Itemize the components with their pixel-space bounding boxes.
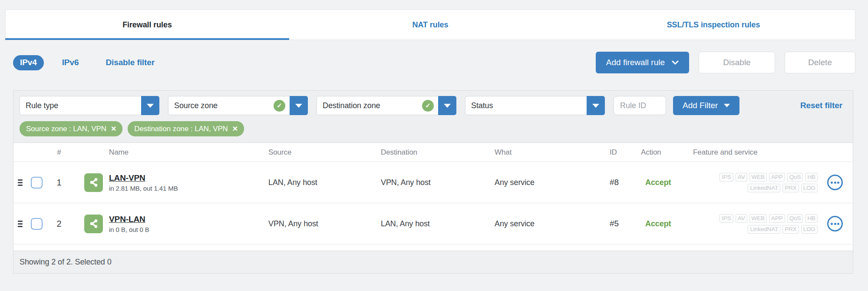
caret-down-icon [724,104,730,107]
col-header-name: Name [109,148,268,157]
col-header-source: Source [268,148,381,157]
tab-ssl-tls-inspection-rules[interactable]: SSL/TLS inspection rules [572,10,855,40]
row-number: 2 [46,219,72,229]
rule-id: #8 [602,178,641,187]
disable-button[interactable]: Disable [699,52,775,73]
table-status-text: Showing 2 of 2. Selected 0 [20,258,112,267]
col-header-num: # [46,148,72,157]
tab-firewall-rules[interactable]: Firewall rules [6,10,289,40]
rule-type-dropdown-button[interactable] [141,96,159,115]
feature-badge: QoS [787,173,803,182]
row-more-actions-button[interactable] [827,216,843,231]
rule-what: Any service [495,219,602,228]
col-header-action: Action [641,148,693,157]
add-firewall-rule-label: Add firewall rule [606,58,665,67]
active-filter-chips: Source zone : LAN, VPN ✕ Destination zon… [20,121,842,136]
add-filter-button[interactable]: Add Filter [673,96,739,115]
feature-badge: LOG [801,225,818,234]
feature-badge: IPS [719,173,733,182]
reset-filter-link[interactable]: Reset filter [800,101,842,110]
feature-badge: PRX [782,184,799,192]
destination-zone-dropdown[interactable]: Destination zone ✓ [317,96,456,115]
firewall-rules-panel: Rule type Source zone ✓ Destination zone… [13,90,853,274]
rule-id: #5 [602,219,641,228]
share-nodes-icon [89,177,99,188]
remove-chip-icon[interactable]: ✕ [111,126,116,132]
row-checkbox[interactable] [31,218,43,230]
rule-type-dropdown-field: Rule type [20,96,141,115]
drag-handle-icon[interactable] [18,221,23,227]
feature-badge: LinkedNAT [748,225,780,234]
add-firewall-rule-button[interactable]: Add firewall rule [596,52,689,73]
tab-nat-rules[interactable]: NAT rules [289,10,572,40]
destination-zone-dropdown-button[interactable] [438,96,456,115]
table-footer: Showing 2 of 2. Selected 0 [13,251,853,273]
table-row: 2 VPN-LAN in 0 B, out 0 B VPN, Any host … [13,203,853,245]
feature-badges: IPSAVWEBAPPQoSHBLinkedNATPRXLOG [693,173,821,192]
row-more-actions-button[interactable] [827,175,843,190]
rule-action: Accept [641,219,693,228]
rule-name-cell: VPN-LAN in 0 B, out 0 B [109,215,268,233]
feature-badge: LOG [801,184,818,192]
col-header-what: What [495,148,602,157]
feature-badge: HB [805,214,818,223]
rule-name-link[interactable]: VPN-LAN [109,215,145,224]
source-zone-dropdown-label: Source zone [174,101,274,110]
rule-name-cell: LAN-VPN in 2.81 MB, out 1.41 MB [109,173,268,192]
rule-destination: LAN, Any host [381,219,495,228]
col-header-id: ID [602,148,641,157]
rule-name-link[interactable]: LAN-VPN [109,173,145,183]
rule-source: LAN, Any host [268,178,381,187]
rule-type-dropdown[interactable]: Rule type [20,96,159,115]
destination-zone-dropdown-label: Destination zone [323,101,422,110]
chevron-down-icon [672,60,679,65]
row-checkbox[interactable] [31,177,43,188]
filter-chip-label: Destination zone : LAN, VPN [134,125,228,133]
feature-badges: IPSAVWEBAPPQoSHBLinkedNATPRXLOG [693,214,821,234]
status-dropdown[interactable]: Status [465,96,605,115]
feature-badge: HB [805,173,818,182]
ipv6-filter-link[interactable]: IPv6 [62,58,79,67]
row-number: 1 [46,178,72,188]
toolbar-actions: Add firewall rule Disable Delete [596,52,855,73]
rule-type-tabbar: Firewall rules NAT rules SSL/TLS inspect… [5,10,855,40]
source-zone-dropdown-button[interactable] [290,96,308,115]
rule-source: VPN, Any host [268,219,381,228]
caret-down-icon [295,104,302,108]
check-circle-icon: ✓ [274,100,285,112]
col-header-feature: Feature and service [693,148,821,157]
caret-down-icon [147,104,154,108]
rule-traffic-stats: in 2.81 MB, out 1.41 MB [109,185,268,192]
rule-share-icon[interactable] [84,173,103,192]
feature-badge: AV [736,214,747,223]
filter-row: Rule type Source zone ✓ Destination zone… [20,96,842,115]
share-nodes-icon [89,218,99,229]
status-dropdown-button[interactable] [587,96,605,115]
filter-area: Rule type Source zone ✓ Destination zone… [13,91,853,143]
feature-badge: PRX [782,225,799,234]
feature-badge: IPS [719,214,733,223]
delete-button[interactable]: Delete [785,52,855,73]
feature-badge: APP [769,173,785,182]
rule-type-dropdown-label: Rule type [26,101,137,110]
table-row: 1 LAN-VPN in 2.81 MB, out 1.41 MB LAN, A… [13,162,853,203]
filter-chip-destination-zone: Destination zone : LAN, VPN ✕ [128,121,244,136]
remove-chip-icon[interactable]: ✕ [232,126,238,132]
col-header-destination: Destination [381,148,495,157]
source-zone-dropdown-field: Source zone ✓ [168,96,290,115]
feature-badge: AV [736,173,747,182]
status-dropdown-label: Status [471,101,582,110]
toolbar: IPv4 IPv6 Disable filter Add firewall ru… [13,50,855,75]
caret-down-icon [592,104,599,108]
filter-chip-source-zone: Source zone : LAN, VPN ✕ [20,121,122,136]
rule-traffic-stats: in 0 B, out 0 B [109,226,268,233]
source-zone-dropdown[interactable]: Source zone ✓ [168,96,308,115]
disable-filter-link[interactable]: Disable filter [106,58,155,67]
check-circle-icon: ✓ [422,100,434,112]
rule-id-input[interactable] [614,96,666,115]
feature-badge: WEB [749,214,767,223]
drag-handle-icon[interactable] [18,179,23,186]
rule-share-icon[interactable] [84,215,103,233]
rule-action: Accept [641,178,693,187]
ipv4-filter-pill[interactable]: IPv4 [13,55,44,70]
